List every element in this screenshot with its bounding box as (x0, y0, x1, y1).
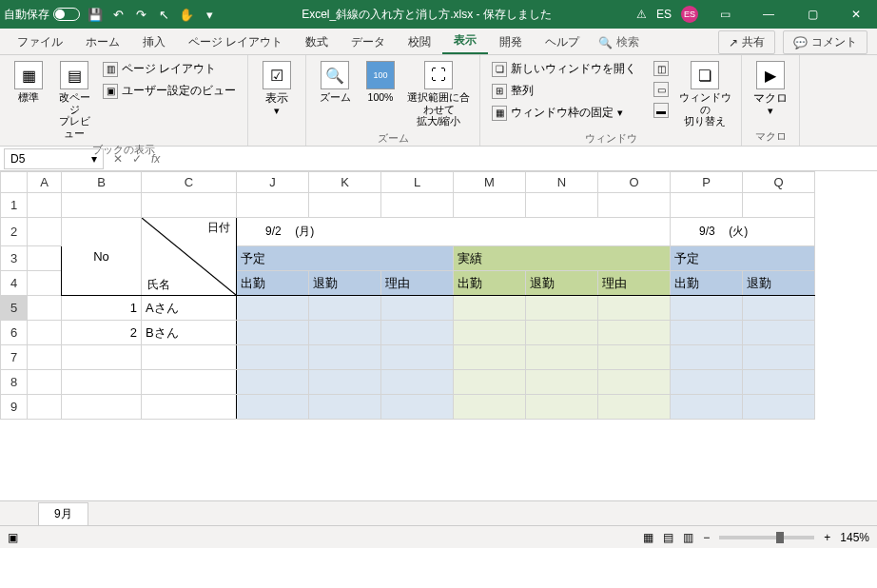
cell-actual[interactable]: 実績 (454, 246, 671, 271)
col-header[interactable]: M (454, 172, 526, 193)
worksheet-area[interactable]: ABCJKLMNOPQ 1 2 No 日付 氏名 9/2 (月) 9/3 (火)… (0, 171, 877, 500)
cell[interactable] (237, 321, 309, 345)
view-break-icon[interactable]: ▥ (683, 531, 693, 544)
tab-dev[interactable]: 開発 (488, 30, 534, 54)
record-macro-icon[interactable]: ▣ (8, 531, 18, 544)
col-header[interactable]: K (309, 172, 381, 193)
cell[interactable] (743, 370, 815, 395)
tab-layout[interactable]: ページ レイアウト (177, 30, 294, 54)
split-button[interactable]: ◫ (650, 59, 672, 78)
cell[interactable] (526, 321, 598, 345)
custom-view-button[interactable]: ▣ユーザー設定のビュー (99, 81, 240, 101)
cell[interactable] (142, 370, 237, 395)
cell[interactable] (454, 370, 526, 395)
cell[interactable] (62, 345, 142, 370)
page-layout-button[interactable]: ▥ページ レイアウト (99, 59, 240, 79)
cell[interactable] (598, 296, 671, 321)
tab-data[interactable]: データ (340, 30, 397, 54)
autosave-toggle[interactable]: 自動保存 (4, 7, 80, 23)
macro-button[interactable]: ▶マクロ▾ (750, 59, 791, 119)
cell-reason2[interactable]: 理由 (598, 271, 671, 296)
col-header[interactable]: C (142, 172, 237, 193)
cell[interactable] (454, 321, 526, 345)
col-header[interactable]: N (526, 172, 598, 193)
cell[interactable] (237, 370, 309, 395)
cell-no-2[interactable]: 2 (62, 321, 142, 345)
cell[interactable] (309, 370, 381, 395)
cell[interactable] (309, 296, 381, 321)
cursor-icon[interactable]: ↖ (156, 7, 171, 22)
search-box[interactable]: 🔍 検索 (591, 30, 647, 54)
zoom-slider[interactable] (719, 536, 814, 539)
row-header[interactable]: 9 (1, 395, 28, 420)
cell-name-1[interactable]: Aさん (142, 296, 237, 321)
cell[interactable] (598, 395, 671, 420)
tab-file[interactable]: ファイル (6, 30, 74, 54)
cell[interactable] (381, 395, 454, 420)
normal-view-button[interactable]: ▦標準 (8, 59, 49, 106)
cell[interactable] (454, 345, 526, 370)
undo-icon[interactable]: ↶ (110, 7, 126, 22)
cell[interactable] (142, 395, 237, 420)
row-header[interactable]: 6 (1, 321, 28, 345)
ribbon-options-icon[interactable]: ▭ (708, 0, 742, 29)
cell[interactable] (671, 370, 743, 395)
page-break-button[interactable]: ▤改ページ プレビュー (53, 59, 95, 141)
cell[interactable] (237, 296, 309, 321)
cell-date2[interactable]: 9/3 (火) (671, 218, 815, 246)
col-header[interactable]: Q (743, 172, 815, 193)
fx-icon[interactable]: fx (151, 152, 160, 166)
redo-icon[interactable]: ↷ (133, 7, 148, 22)
zoom-level[interactable]: 145% (840, 531, 869, 544)
cell-date1[interactable]: 9/2 (月) (237, 218, 671, 246)
maximize-icon[interactable]: ▢ (795, 0, 829, 29)
cell[interactable] (62, 370, 142, 395)
save-icon[interactable]: 💾 (88, 7, 103, 22)
cell-reason1[interactable]: 理由 (381, 271, 454, 296)
zoom-in-icon[interactable]: + (824, 531, 830, 544)
zoom-fit-button[interactable]: ⛶選択範囲に合わせて 拡大/縮小 (405, 59, 472, 129)
tab-review[interactable]: 校閲 (397, 30, 442, 54)
cell[interactable] (381, 296, 454, 321)
minimize-icon[interactable]: — (751, 0, 786, 29)
cell[interactable] (598, 345, 671, 370)
row-header[interactable]: 2 (1, 218, 28, 246)
switch-window-button[interactable]: ❏ウィンドウの 切り替え (676, 59, 733, 129)
new-window-button[interactable]: ❏新しいウィンドウを開く (488, 59, 640, 79)
tab-view[interactable]: 表示 (442, 29, 488, 54)
cell[interactable] (526, 370, 598, 395)
freeze-button[interactable]: ▦ウィンドウ枠の固定 ▾ (488, 103, 640, 123)
cell[interactable] (526, 395, 598, 420)
cell-no-1[interactable]: 1 (62, 296, 142, 321)
cell-name-2[interactable]: Bさん (142, 321, 237, 345)
row-header[interactable]: 4 (1, 271, 28, 296)
cell[interactable] (309, 395, 381, 420)
row-header[interactable]: 1 (1, 193, 28, 218)
cell-diagonal-header[interactable]: 日付 氏名 (142, 218, 237, 296)
cell[interactable] (671, 296, 743, 321)
cell[interactable] (237, 345, 309, 370)
cell-in3[interactable]: 出勤 (671, 271, 743, 296)
col-header[interactable]: J (237, 172, 309, 193)
arrange-button[interactable]: ⊞整列 (488, 81, 640, 101)
share-button[interactable]: ↗共有 (718, 30, 775, 54)
tab-home[interactable]: ホーム (74, 30, 131, 54)
show-button[interactable]: ☑表示▾ (256, 59, 298, 119)
cell-plan2[interactable]: 予定 (671, 246, 815, 271)
cell[interactable] (309, 345, 381, 370)
tab-help[interactable]: ヘルプ (534, 30, 591, 54)
touch-icon[interactable]: ✋ (179, 7, 194, 22)
cell[interactable] (598, 321, 671, 345)
col-header[interactable]: A (28, 172, 62, 193)
comment-button[interactable]: 💬コメント (783, 30, 867, 54)
name-box[interactable]: D5▾ (4, 148, 104, 169)
tab-insert[interactable]: 挿入 (131, 30, 177, 54)
cell-out1[interactable]: 退勤 (309, 271, 381, 296)
unhide-button[interactable]: ▬ (650, 101, 672, 120)
hide-button[interactable]: ▭ (650, 80, 672, 99)
sheet-tab[interactable]: 9月 (38, 502, 88, 525)
col-header[interactable]: B (62, 172, 142, 193)
cell[interactable] (743, 345, 815, 370)
qat-dropdown-icon[interactable]: ▾ (202, 7, 217, 22)
close-icon[interactable]: ✕ (839, 0, 873, 29)
